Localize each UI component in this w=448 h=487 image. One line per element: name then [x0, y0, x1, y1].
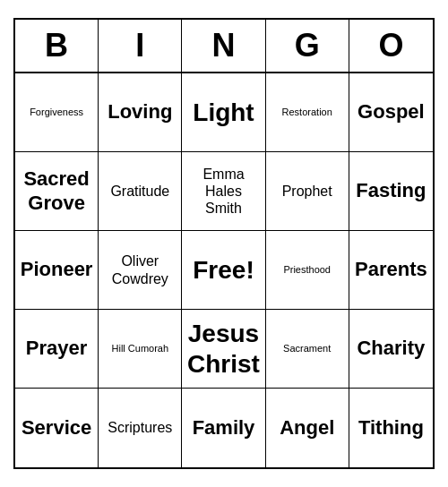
- cell-text-11: Oliver Cowdrey: [102, 252, 177, 286]
- bingo-cell-15: Prayer: [15, 310, 99, 389]
- cell-text-10: Pioneer: [21, 258, 93, 281]
- bingo-cell-24: Tithing: [349, 389, 433, 467]
- cell-text-14: Parents: [355, 258, 427, 281]
- bingo-cell-18: Sacrament: [266, 310, 349, 389]
- bingo-cell-13: Priesthood: [266, 231, 349, 310]
- bingo-cell-22: Family: [182, 389, 265, 467]
- cell-text-13: Priesthood: [283, 264, 331, 276]
- bingo-cell-14: Parents: [349, 231, 433, 310]
- bingo-cell-9: Fasting: [349, 152, 433, 231]
- bingo-cell-5: Sacred Grove: [15, 152, 99, 231]
- header-letter-b: B: [15, 20, 99, 72]
- cell-text-15: Prayer: [26, 337, 88, 360]
- bingo-cell-11: Oliver Cowdrey: [99, 231, 182, 310]
- header-letter-i: I: [99, 20, 182, 72]
- cell-text-23: Angel: [280, 416, 334, 440]
- bingo-header: BINGO: [15, 20, 433, 73]
- cell-text-4: Gospel: [358, 100, 425, 124]
- cell-text-21: Scriptures: [108, 419, 172, 436]
- bingo-cell-7: Emma Hales Smith: [182, 152, 265, 231]
- cell-text-7: Emma Hales Smith: [185, 166, 261, 218]
- bingo-cell-17: Jesus Christ: [182, 310, 265, 389]
- bingo-cell-16: Hill Cumorah: [99, 310, 182, 389]
- bingo-cell-19: Charity: [349, 310, 433, 389]
- cell-text-5: Sacred Grove: [19, 167, 94, 215]
- cell-text-16: Hill Cumorah: [112, 343, 169, 355]
- cell-text-24: Tithing: [358, 416, 424, 440]
- header-letter-n: N: [182, 20, 265, 72]
- bingo-cell-10: Pioneer: [15, 231, 99, 310]
- cell-text-0: Forgiveness: [30, 107, 83, 118]
- header-letter-o: O: [349, 20, 433, 72]
- bingo-cell-3: Restoration: [266, 73, 349, 152]
- cell-text-6: Gratitude: [110, 183, 169, 200]
- cell-text-2: Light: [193, 98, 254, 128]
- header-letter-g: G: [266, 20, 349, 72]
- bingo-cell-8: Prophet: [266, 152, 349, 231]
- bingo-cell-6: Gratitude: [99, 152, 182, 231]
- bingo-cell-20: Service: [15, 389, 99, 467]
- bingo-cell-4: Gospel: [349, 73, 433, 152]
- bingo-cell-2: Light: [182, 73, 265, 152]
- bingo-grid: ForgivenessLovingLightRestorationGospelS…: [15, 73, 433, 467]
- cell-text-18: Sacrament: [283, 343, 331, 355]
- cell-text-20: Service: [22, 416, 91, 440]
- bingo-cell-21: Scriptures: [99, 389, 182, 467]
- cell-text-12: Free!: [193, 255, 254, 286]
- bingo-cell-23: Angel: [266, 389, 349, 467]
- cell-text-19: Charity: [357, 337, 425, 360]
- cell-text-17: Jesus Christ: [185, 319, 261, 379]
- cell-text-9: Fasting: [356, 179, 426, 202]
- bingo-cell-12: Free!: [182, 231, 265, 310]
- cell-text-3: Restoration: [282, 107, 332, 118]
- cell-text-22: Family: [193, 416, 255, 440]
- cell-text-8: Prophet: [282, 183, 332, 200]
- bingo-card: BINGO ForgivenessLovingLightRestorationG…: [13, 18, 435, 469]
- bingo-cell-0: Forgiveness: [15, 73, 99, 152]
- bingo-cell-1: Loving: [99, 73, 182, 152]
- cell-text-1: Loving: [108, 100, 172, 124]
